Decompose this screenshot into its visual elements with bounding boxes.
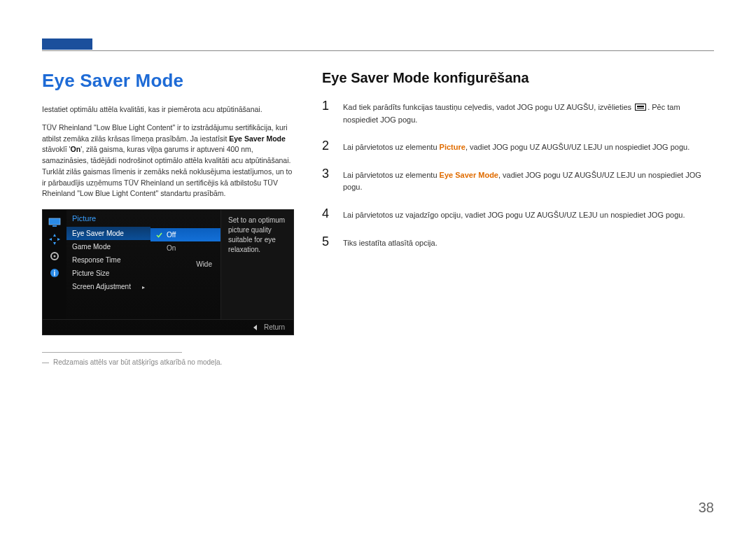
osd-main: Picture Eye Saver Mode Game Mode Respons…: [66, 210, 293, 319]
footnote: ―Redzamais attēls var būt atšķirīgs atka…: [42, 358, 294, 366]
osd-menu: Picture Eye Saver Mode Game Mode Respons…: [66, 210, 150, 319]
p2-on: On: [71, 145, 81, 153]
info-icon: i: [48, 267, 62, 279]
header-rule: [42, 50, 714, 51]
section-title: Eye Saver Mode: [42, 70, 294, 92]
svg-rect-1: [52, 225, 57, 227]
osd-option-off-label: Off: [167, 231, 176, 239]
osd-return-label: Return: [264, 323, 285, 331]
p2-bold: Eye Saver Mode: [229, 134, 286, 143]
osd-item-screen-adjustment[interactable]: Screen Adjustment ▸: [66, 280, 150, 293]
two-column-layout: Eye Saver Mode Iestatiet optimālu attēla…: [42, 70, 714, 366]
osd-item-response-time[interactable]: Response Time: [66, 253, 150, 267]
osd-description: Set to an optimum picture quality suitab…: [220, 210, 293, 319]
check-icon: [156, 232, 162, 238]
osd-item-eye-saver[interactable]: Eye Saver Mode: [66, 227, 150, 240]
page-number: 38: [699, 500, 714, 516]
manual-page: Eye Saver Mode Iestatiet optimālu attēla…: [0, 0, 756, 534]
footnote-text: Redzamais attēls var būt atšķirīgs atkar…: [53, 358, 222, 366]
step-2-post: , vadiet JOG pogu UZ AUGŠU/UZ LEJU un no…: [465, 143, 690, 151]
step-2-pre: Lai pārvietotos uz elementu: [343, 143, 440, 151]
osd-preview: i Picture Eye Saver Mode Game Mode Respo…: [42, 209, 294, 335]
header-accent: [42, 38, 92, 50]
osd-option-off[interactable]: Off: [150, 228, 220, 241]
osd-footer: Return: [43, 319, 293, 335]
arrows-icon: [48, 234, 62, 245]
gear-icon: [48, 251, 62, 262]
step-5-pre: Tiks iestatīta atlasītā opcija.: [343, 239, 438, 247]
intro-paragraph-1: Iestatiet optimālu attēla kvalitāti, kas…: [42, 104, 294, 115]
footnote-rule: [42, 352, 182, 353]
step-text: Lai pārvietotos uz elementu Picture, vad…: [343, 139, 690, 154]
step-text: Tiks iestatīta atlasītā opcija.: [343, 234, 438, 250]
step-number: 2: [322, 139, 335, 153]
back-icon: [253, 325, 257, 330]
menu-icon: [635, 104, 646, 111]
osd-item-picture-size-label: Picture Size: [72, 269, 109, 277]
step-1: 1 Kad tiek parādīts funkcijas taustiņu c…: [322, 99, 714, 126]
monitor-icon: [48, 217, 62, 228]
right-column: Eye Saver Mode konfigurēšana 1 Kad tiek …: [322, 70, 714, 366]
step-number: 5: [322, 234, 335, 249]
step-number: 3: [322, 167, 335, 181]
step-text: Lai pārvietotos uz vajadzīgo opciju, vad…: [343, 206, 685, 222]
osd-options: Off On Wide: [150, 210, 220, 319]
svg-rect-0: [49, 218, 60, 225]
svg-marker-4: [49, 238, 52, 241]
osd-picture-size-value: Wide: [150, 258, 220, 271]
svg-point-7: [54, 255, 56, 258]
osd-body: i Picture Eye Saver Mode Game Mode Respo…: [43, 210, 293, 319]
osd-item-screen-adjustment-label: Screen Adjustment: [72, 283, 131, 290]
step-2: 2 Lai pārvietotos uz elementu Picture, v…: [322, 139, 714, 154]
svg-text:i: i: [54, 269, 56, 277]
step-text: Kad tiek parādīts funkcijas taustiņu ceļ…: [343, 99, 714, 126]
step-3-orange: Eye Saver Mode: [440, 171, 498, 179]
p2-mid: stāvoklī ': [42, 145, 71, 153]
step-1-pre: Kad tiek parādīts funkcijas taustiņu ceļ…: [343, 103, 634, 111]
chevron-right-icon: ▸: [142, 284, 145, 290]
step-3: 3 Lai pārvietotos uz elementu Eye Saver …: [322, 167, 714, 194]
svg-marker-5: [57, 238, 60, 241]
step-2-orange: Picture: [440, 143, 465, 151]
step-4: 4 Lai pārvietotos uz vajadzīgo opciju, v…: [322, 206, 714, 222]
intro-paragraph-2: TÜV Rheinland "Low Blue Light Content" i…: [42, 122, 294, 199]
step-number: 1: [322, 99, 335, 113]
svg-marker-3: [53, 242, 56, 245]
steps-list: 1 Kad tiek parādīts funkcijas taustiņu c…: [322, 99, 714, 249]
footnote-dash: ―: [42, 358, 49, 366]
subsection-title: Eye Saver Mode konfigurēšana: [322, 70, 714, 86]
left-column: Eye Saver Mode Iestatiet optimālu attēla…: [42, 70, 294, 366]
osd-sidebar: i: [43, 210, 66, 319]
svg-marker-2: [53, 234, 56, 237]
step-3-pre: Lai pārvietotos uz elementu: [343, 171, 440, 179]
osd-option-on[interactable]: On: [150, 241, 220, 255]
osd-item-game-mode[interactable]: Game Mode: [66, 240, 150, 253]
osd-item-picture-size[interactable]: Picture Size: [66, 267, 150, 280]
osd-option-on-label: On: [167, 244, 176, 252]
step-5: 5 Tiks iestatīta atlasītā opcija.: [322, 234, 714, 250]
step-number: 4: [322, 206, 335, 221]
step-4-pre: Lai pārvietotos uz vajadzīgo opciju, vad…: [343, 211, 685, 219]
step-text: Lai pārvietotos uz elementu Eye Saver Mo…: [343, 167, 714, 194]
osd-menu-title: Picture: [66, 210, 150, 227]
